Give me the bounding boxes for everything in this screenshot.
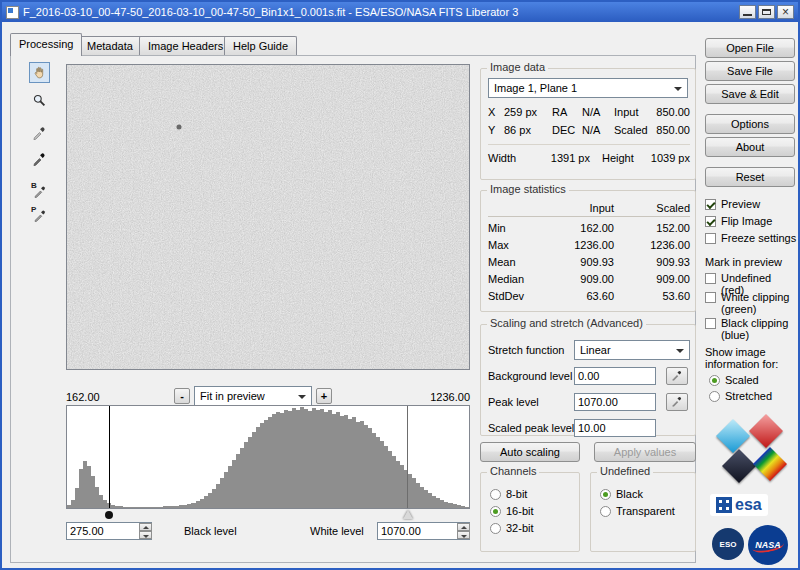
white-level-marker[interactable] [407, 406, 408, 508]
radio-circle[interactable] [600, 506, 611, 517]
logo-diamond-rainbow [753, 447, 787, 481]
tab-image-headers[interactable]: Image Headers [139, 36, 232, 55]
white-level-handle[interactable] [403, 510, 413, 519]
zoom-out-button[interactable]: - [174, 388, 190, 404]
channels-32bit-radio[interactable]: 32-bit [490, 522, 534, 534]
maximize-button[interactable] [758, 5, 775, 19]
image-preview[interactable] [66, 64, 470, 370]
histogram[interactable] [66, 405, 470, 509]
tab-processing[interactable]: Processing [10, 33, 82, 56]
show-info-stretched-radio[interactable]: Stretched [709, 390, 772, 402]
radio-circle[interactable] [490, 506, 501, 517]
preview-checkbox[interactable]: Preview [705, 198, 760, 210]
radio-circle[interactable] [709, 375, 720, 386]
x-value: 259 px [504, 106, 552, 118]
save-file-button[interactable]: Save File [705, 61, 795, 81]
radio-circle[interactable] [490, 489, 501, 500]
tab-help-guide[interactable]: Help Guide [224, 36, 297, 55]
peak-level-picker[interactable]: P [29, 204, 50, 225]
stat-stddev-label: StdDev [488, 290, 546, 302]
title-bar[interactable]: F_2016-03-10_00-47-50_2016-03-10_00-47-5… [2, 2, 798, 22]
undefined-transparent-radio[interactable]: Transparent [600, 505, 675, 517]
height-value: 1039 px [640, 152, 690, 164]
apply-values-button[interactable]: Apply values [594, 442, 696, 462]
stat-mean-input: 909.93 [546, 256, 614, 268]
channels-16bit-radio[interactable]: 16-bit [490, 505, 534, 517]
stat-stddev-input: 63.60 [546, 290, 614, 302]
open-file-button[interactable]: Open File [705, 38, 795, 58]
level-slider-track[interactable] [66, 509, 470, 522]
stats-corner [488, 202, 546, 217]
about-button[interactable]: About [705, 137, 795, 157]
radio-circle[interactable] [709, 391, 720, 402]
minimize-icon [743, 14, 752, 16]
close-button[interactable]: × [777, 5, 794, 19]
y-label: Y [488, 124, 504, 136]
histogram-zoom-select[interactable]: Fit in preview [194, 386, 312, 406]
show-info-scaled-radio[interactable]: Scaled [709, 374, 759, 386]
flip-image-checkbox[interactable]: Flip Image [705, 215, 772, 227]
scaled-peak-level-label: Scaled peak level [488, 422, 574, 434]
checkbox-box[interactable] [705, 292, 716, 303]
pick-background-button[interactable] [666, 367, 688, 385]
black-level-picker[interactable] [29, 148, 50, 169]
scaled-peak-level-input[interactable] [574, 419, 656, 437]
chevron-down-icon [298, 395, 306, 399]
checkbox-box[interactable] [705, 216, 716, 227]
black-level-spinner[interactable] [139, 523, 152, 539]
checkbox-box[interactable] [705, 199, 716, 210]
eyedropper-small-icon [671, 369, 683, 383]
scaling-caption: Scaling and stretch (Advanced) [487, 317, 646, 329]
fits-liberator-window: F_2016-03-10_00-47-50_2016-03-10_00-47-5… [0, 0, 800, 570]
stretch-function-select[interactable]: Linear [574, 340, 690, 360]
eso-logo: ESO [712, 528, 744, 560]
scaled-value: 850.00 [654, 124, 690, 136]
freeze-settings-checkbox[interactable]: Freeze settings [705, 232, 796, 244]
show-info-label: Show image information for: [705, 346, 795, 370]
radio-label: Scaled [725, 374, 759, 386]
radio-label: 32-bit [506, 522, 534, 534]
stat-median-input: 909.00 [546, 273, 614, 285]
input-value: 850.00 [654, 106, 690, 118]
maximize-icon [762, 9, 771, 15]
coordinate-row-y: Y 86 px DEC N/A Scaled 850.00 [488, 124, 690, 136]
radio-circle[interactable] [600, 489, 611, 500]
options-button[interactable]: Options [705, 114, 795, 134]
zoom-in-button[interactable]: + [316, 388, 332, 404]
pick-peak-button[interactable] [666, 393, 688, 411]
black-level-label: Black level [184, 525, 237, 537]
black-level-handle[interactable] [105, 511, 113, 519]
checkbox-box[interactable] [705, 233, 716, 244]
radio-circle[interactable] [490, 523, 501, 534]
background-level-input[interactable] [574, 367, 656, 385]
black-level-marker[interactable] [109, 406, 110, 508]
stat-median-label: Median [488, 273, 546, 285]
nasa-logo: NASA [748, 525, 788, 565]
white-level-spinner[interactable] [457, 523, 470, 539]
background-level-picker[interactable]: B [29, 180, 50, 201]
hand-tool[interactable] [29, 62, 50, 83]
checkbox-label: Black clipping (blue) [721, 317, 797, 341]
white-clipping-checkbox[interactable]: White clipping (green) [705, 291, 797, 315]
checkbox-box[interactable] [705, 273, 716, 284]
esa-logo-text: esa [735, 497, 762, 513]
undefined-black-radio[interactable]: Black [600, 488, 643, 500]
ra-value: N/A [582, 106, 614, 118]
plane-select[interactable]: Image 1, Plane 1 [488, 78, 688, 98]
stat-max-label: Max [488, 239, 546, 251]
minimize-button[interactable] [739, 5, 756, 19]
reset-button[interactable]: Reset [705, 167, 795, 187]
peak-level-input[interactable] [574, 393, 656, 411]
save-and-edit-button[interactable]: Save & Edit [705, 84, 795, 104]
black-clipping-checkbox[interactable]: Black clipping (blue) [705, 317, 797, 341]
checkbox-box[interactable] [705, 318, 716, 329]
tab-metadata[interactable]: Metadata [78, 36, 142, 55]
stat-min-label: Min [488, 222, 546, 234]
image-statistics-caption: Image statistics [487, 183, 569, 195]
auto-scaling-button[interactable]: Auto scaling [480, 442, 580, 462]
channels-8bit-radio[interactable]: 8-bit [490, 488, 527, 500]
zoom-tool[interactable] [29, 90, 50, 111]
white-level-picker[interactable] [29, 122, 50, 143]
histogram-bars[interactable] [67, 406, 469, 508]
app-icon [6, 6, 19, 19]
